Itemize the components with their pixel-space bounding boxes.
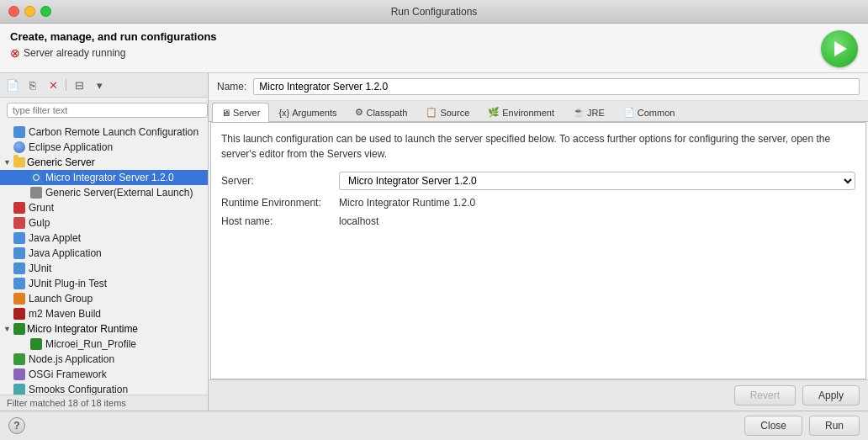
tab-label: Arguments [292, 108, 336, 118]
right-panel: Name: 🖥 Server {x} Arguments ⚙ Classpath [209, 73, 868, 411]
revert-button[interactable]: Revert [734, 385, 796, 406]
tree-item-label: Generic Server(External Launch) [45, 187, 193, 199]
tree-item-grunt[interactable]: Grunt [0, 200, 208, 215]
apply-button[interactable]: Apply [802, 385, 860, 406]
java-app-icon [13, 247, 25, 259]
left-panel: 📄 ⎘ ✕ ⊟ ▾ [0, 73, 209, 411]
tree-item-label: JUnit Plug-in Test [29, 278, 107, 289]
content-area: 📄 ⎘ ✕ ⊟ ▾ [0, 73, 868, 411]
tree-item-carbon[interactable]: Carbon Remote Launch Configuration [0, 125, 208, 140]
filter-button[interactable]: ▾ [90, 77, 108, 93]
env-tab-icon: 🌿 [488, 107, 500, 118]
tree-item-junit-plugin[interactable]: JUnit Plug-in Test [0, 276, 208, 291]
tab-label: Source [440, 108, 469, 118]
delete-config-button[interactable]: ✕ [44, 77, 62, 93]
generic-ext-icon [30, 187, 42, 199]
tree-item-label: Carbon Remote Launch Configuration [29, 126, 198, 138]
close-window-button[interactable] [8, 6, 19, 17]
tabs-bar: 🖥 Server {x} Arguments ⚙ Classpath 📋 Sou… [209, 101, 868, 122]
mir-group-icon [13, 323, 25, 335]
hostname-form-label: Host name: [221, 215, 339, 227]
server-select-wrap: Micro Integrator Server 1.2.0 [339, 172, 855, 190]
minimize-window-button[interactable] [24, 6, 35, 17]
tree-item-launch-group[interactable]: Launch Group [0, 291, 208, 306]
run-footer-button[interactable]: Run [809, 416, 860, 436]
runtime-form-row: Runtime Environment: Micro Integrator Ru… [221, 197, 855, 209]
duplicate-config-button[interactable]: ⎘ [24, 77, 42, 93]
run-button[interactable] [821, 30, 858, 67]
tab-label: Classpath [366, 108, 407, 118]
tree-item-java-applet[interactable]: Java Applet [0, 231, 208, 246]
tree-item-label: Micro Integrator Server 1.2.0 [45, 172, 174, 183]
tree-item-label: Node.js Application [29, 353, 114, 365]
header: Create, manage, and run configurations ⊗… [0, 24, 868, 73]
tab-source[interactable]: 📋 Source [416, 103, 479, 121]
eclipse-icon [13, 141, 25, 153]
tree-item-smooks[interactable]: Smooks Configuration [0, 382, 208, 395]
carbon-icon [13, 126, 25, 138]
tree-item-label: Smooks Configuration [29, 384, 128, 395]
tree-toolbar: 📄 ⎘ ✕ ⊟ ▾ [0, 73, 208, 98]
filter-wrap [0, 98, 208, 123]
tab-jre[interactable]: ☕ JRE [564, 103, 614, 121]
tree-item-label: Grunt [29, 202, 54, 214]
folder-icon [13, 157, 25, 167]
tree-item-label: Java Applet [29, 232, 81, 244]
tree-group-mir[interactable]: ▼ Micro Integrator Runtime [0, 321, 208, 337]
tab-environment[interactable]: 🌿 Environment [479, 103, 564, 121]
name-label: Name: [217, 81, 246, 93]
java-applet-icon [13, 232, 25, 244]
new-config-button[interactable]: 📄 [3, 77, 22, 93]
source-tab-icon: 📋 [426, 107, 437, 118]
footer-buttons: Close Run [744, 416, 860, 436]
config-tree: Carbon Remote Launch Configuration Eclip… [0, 123, 208, 395]
tab-common[interactable]: 📄 Common [614, 103, 685, 121]
tree-item-label: Java Application [29, 247, 102, 259]
tree-item-label: OSGi Framework [29, 368, 107, 380]
maximize-window-button[interactable] [40, 6, 51, 17]
tab-label: Environment [502, 108, 554, 118]
filter-input[interactable] [7, 103, 208, 118]
gulp-icon [13, 217, 25, 229]
tree-item-mir-profile[interactable]: Microei_Run_Profile [0, 337, 208, 352]
page-title: Create, manage, and run configurations [10, 30, 217, 43]
tab-action-buttons: Revert Apply [209, 379, 868, 411]
server-description: This launch configuration can be used to… [221, 131, 855, 162]
collapse-arrow: ▼ [3, 158, 12, 167]
junit-icon [13, 262, 25, 274]
tree-item-eclipse-app[interactable]: Eclipse Application [0, 140, 208, 155]
name-input[interactable] [253, 78, 860, 95]
server-select[interactable]: Micro Integrator Server 1.2.0 [339, 172, 855, 190]
tree-item-osgi[interactable]: OSGi Framework [0, 367, 208, 382]
tab-classpath[interactable]: ⚙ Classpath [346, 103, 416, 121]
server-form-label: Server: [221, 175, 339, 187]
tree-item-junit[interactable]: JUnit [0, 261, 208, 276]
collapse-arrow: ▼ [3, 325, 12, 333]
tree-item-maven[interactable]: m2 Maven Build [0, 306, 208, 321]
delete-icon: ✕ [49, 79, 58, 92]
jre-tab-icon: ☕ [573, 107, 585, 118]
window-controls[interactable] [8, 6, 51, 17]
tab-server[interactable]: 🖥 Server [212, 103, 269, 122]
tree-item-generic-ext[interactable]: Generic Server(External Launch) [0, 185, 208, 200]
tree-item-mi-server[interactable]: Micro Integrator Server 1.2.0 [0, 170, 208, 185]
help-button[interactable]: ? [8, 417, 25, 434]
filter-count: Filter matched 18 of 18 items [0, 395, 208, 411]
junit-plugin-icon [13, 278, 25, 289]
tab-arguments[interactable]: {x} Arguments [269, 103, 346, 121]
collapse-all-button[interactable]: ⊟ [70, 77, 88, 93]
nodejs-icon [13, 353, 25, 365]
tree-item-label: m2 Maven Build [29, 308, 101, 320]
tree-group-generic-server[interactable]: ▼ Generic Server [0, 155, 208, 170]
footer: ? Close Run [0, 411, 868, 440]
tree-item-nodejs[interactable]: Node.js Application [0, 352, 208, 367]
tree-item-java-app[interactable]: Java Application [0, 246, 208, 261]
main-container: Create, manage, and run configurations ⊗… [0, 24, 868, 440]
runtime-form-value: Micro Integrator Runtime 1.2.0 [339, 197, 475, 209]
tree-item-label: Eclipse Application [29, 141, 113, 153]
window-title: Run Configurations [391, 6, 478, 18]
run-icon [834, 41, 847, 56]
server-tab-content: This launch configuration can be used to… [210, 122, 866, 379]
tree-item-gulp[interactable]: Gulp [0, 215, 208, 231]
close-button[interactable]: Close [744, 416, 802, 436]
